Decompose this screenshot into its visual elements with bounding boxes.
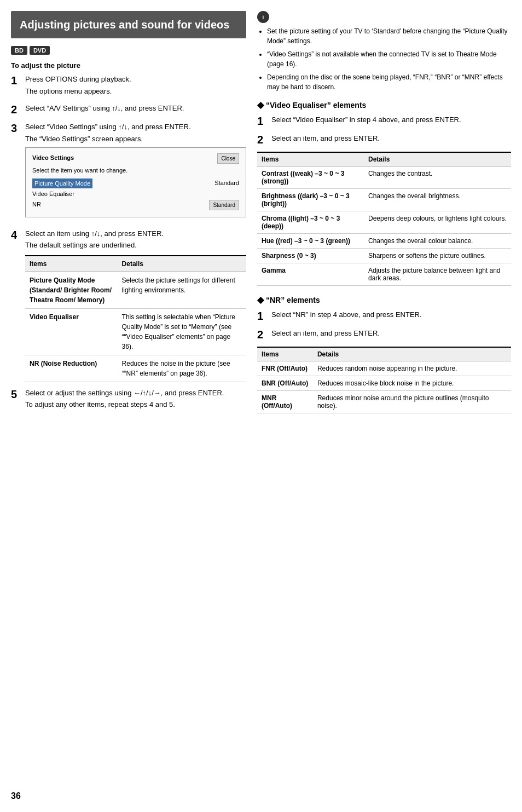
table-row: Picture Quality Mode (Standard/ Brighter… [25, 272, 246, 308]
ve-item: Brightness ((dark) –3 ~ 0 ~ 3 (bright)) [257, 189, 364, 211]
nr-detail: Reduces mosaic-like block noise in the p… [313, 376, 511, 391]
nr-step-2-content: Select an item, and press ENTER. [271, 328, 511, 341]
ve-detail: Changes the overall colour balance. [364, 234, 511, 249]
nr-col2-header: Details [313, 347, 511, 361]
nr-col1-header: Items [257, 347, 313, 361]
table-cell-detail-0: Selects the picture settings for differe… [118, 272, 246, 308]
settings-table: Items Details Picture Quality Mode (Stan… [25, 255, 246, 382]
ve-step-1-num: 1 [257, 114, 267, 128]
right-column: i Set the picture setting of your TV to … [257, 11, 511, 417]
vs-row-0: Picture Quality Mode Standard [32, 178, 239, 189]
vs-label-1: Video Equaliser [32, 189, 74, 199]
page-title: Adjusting pictures and sound for videos [20, 18, 237, 32]
vs-instruction: Select the item you want to change. [32, 166, 239, 175]
step-4-num: 4 [11, 228, 21, 382]
note-icon: i [257, 11, 269, 23]
ve-col1-header: Items [257, 152, 364, 166]
vs-label-0: Picture Quality Mode [32, 178, 92, 189]
note-item-2: Depending on the disc or the scene being… [267, 72, 511, 92]
step-5-num: 5 [11, 388, 21, 411]
table-row: BNR (Off/Auto)Reduces mosaic-like block … [257, 376, 511, 391]
step-5-content: Select or adjust the settings using ←/↑/… [25, 388, 246, 411]
table-cell-detail-2: Reduces the noise in the picture (see ““… [118, 355, 246, 382]
step-2-content: Select “A/V Settings” using ↑/↓, and pre… [25, 103, 246, 116]
step-2: 2 Select “A/V Settings” using ↑/↓, and p… [11, 103, 246, 116]
nr-section: ◆ “NR” elements 1 Select “NR” in step 4 … [257, 295, 511, 413]
table-row: Contrast ((weak) –3 ~ 0 ~ 3 (strong))Cha… [257, 166, 511, 189]
ve-detail: Changes the overall brightness. [364, 189, 511, 211]
table-col1-header: Items [25, 256, 118, 272]
vs-std-button[interactable]: Standard [209, 200, 239, 210]
vs-close-button[interactable]: Close [217, 153, 239, 164]
step-2-num: 2 [11, 103, 21, 116]
table-row: Video Equaliser This setting is selectab… [25, 308, 246, 355]
ve-item: Sharpness (0 ~ 3) [257, 249, 364, 263]
step-3-content: Select “Video Settings” using ↑/↓, and p… [25, 122, 246, 223]
table-row: NR (Noise Reduction) Reduces the noise i… [25, 355, 246, 382]
step-3: 3 Select “Video Settings” using ↑/↓, and… [11, 122, 246, 223]
table-row: Sharpness (0 ~ 3)Sharpens or softens the… [257, 249, 511, 263]
nr-item: BNR (Off/Auto) [257, 376, 313, 391]
step-1: 1 Press OPTIONS during playback. The opt… [11, 74, 246, 97]
ve-item: Gamma [257, 263, 364, 286]
svg-text:i: i [263, 14, 264, 20]
nr-detail: Reduces random noise appearing in the pi… [313, 361, 511, 376]
ve-step-1-content: Select “Video Equaliser” in step 4 above… [271, 114, 511, 128]
ve-detail: Deepens deep colours, or lightens light … [364, 211, 511, 234]
nr-heading: ◆ “NR” elements [257, 295, 511, 305]
diamond-icon: ◆ [257, 100, 264, 110]
ve-col2-header: Details [364, 152, 511, 166]
ve-detail: Sharpens or softens the picture outlines… [364, 249, 511, 263]
ve-step-1: 1 Select “Video Equaliser” in step 4 abo… [257, 114, 511, 128]
section-heading-adjust: To adjust the picture [11, 61, 246, 70]
vs-value-0: Standard [214, 178, 239, 189]
ve-item: Contrast ((weak) –3 ~ 0 ~ 3 (strong)) [257, 166, 364, 189]
note-list: Set the picture setting of your TV to ‘S… [257, 26, 511, 92]
vs-label-2: NR [32, 200, 41, 210]
nr-step-1-num: 1 [257, 309, 267, 323]
step-4-content: Select an item using ↑/↓, and press ENTE… [25, 228, 246, 382]
step-1-content: Press OPTIONS during playback. The optio… [25, 74, 246, 97]
video-equaliser-heading: ◆ “Video Equaliser” elements [257, 100, 511, 110]
nr-item: FNR (Off/Auto) [257, 361, 313, 376]
table-cell-item-2: NR (Noise Reduction) [25, 355, 118, 382]
badge-bd: BD [11, 46, 27, 55]
title-box: Adjusting pictures and sound for videos [11, 11, 246, 38]
table-row: GammaAdjusts the picture balance between… [257, 263, 511, 286]
badge-dvd: DVD [30, 46, 50, 55]
video-equaliser-section: ◆ “Video Equaliser” elements 1 Select “V… [257, 100, 511, 286]
note-item-0: Set the picture setting of your TV to ‘S… [267, 26, 511, 46]
table-row: FNR (Off/Auto)Reduces random noise appea… [257, 361, 511, 376]
table-row: MNR (Off/Auto)Reduces minor noise around… [257, 391, 511, 413]
step-1-num: 1 [11, 74, 21, 97]
page-container: Adjusting pictures and sound for videos … [11, 11, 511, 417]
nr-step-1: 1 Select “NR” in step 4 above, and press… [257, 309, 511, 323]
left-column: Adjusting pictures and sound for videos … [11, 11, 246, 417]
vs-title: Video Settings [32, 153, 74, 163]
ve-step-2: 2 Select an item, and press ENTER. [257, 133, 511, 146]
step-3-num: 3 [11, 122, 21, 223]
table-cell-detail-1: This setting is selectable when “Picture… [118, 308, 246, 355]
nr-step-2-num: 2 [257, 328, 267, 341]
nr-step-1-content: Select “NR” in step 4 above, and press E… [271, 309, 511, 323]
nr-table: Items Details FNR (Off/Auto)Reduces rand… [257, 347, 511, 413]
note-section: i Set the picture setting of your TV to … [257, 11, 511, 92]
info-icon: i [259, 13, 267, 21]
page-number: 36 [11, 791, 21, 801]
table-row: Chroma ((light) –3 ~ 0 ~ 3 (deep))Deepen… [257, 211, 511, 234]
note-item-1: “Video Settings” is not available when t… [267, 49, 511, 69]
table-cell-item-0: Picture Quality Mode (Standard/ Brighter… [25, 272, 118, 308]
step-5: 5 Select or adjust the settings using ←/… [11, 388, 246, 411]
table-col2-header: Details [118, 256, 246, 272]
badge-row: BD DVD [11, 46, 246, 55]
video-settings-box: Video Settings Close Select the item you… [25, 147, 246, 217]
vs-row-1: Video Equaliser [32, 189, 239, 199]
step-4: 4 Select an item using ↑/↓, and press EN… [11, 228, 246, 382]
nr-detail: Reduces minor noise around the picture o… [313, 391, 511, 413]
ve-item: Hue ((red) –3 ~ 0 ~ 3 (green)) [257, 234, 364, 249]
ve-detail: Changes the contrast. [364, 166, 511, 189]
vs-rows: Picture Quality Mode Standard Video Equa… [32, 178, 239, 210]
vs-row-2: NR Standard [32, 200, 239, 210]
ve-step-2-content: Select an item, and press ENTER. [271, 133, 511, 146]
table-row: Brightness ((dark) –3 ~ 0 ~ 3 (bright))C… [257, 189, 511, 211]
